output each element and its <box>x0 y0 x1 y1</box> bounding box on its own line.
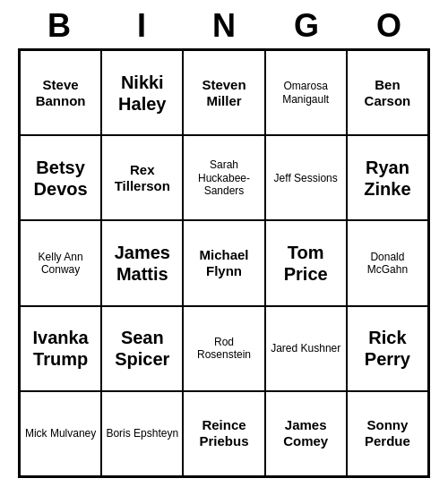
bingo-letter-o: O <box>349 7 428 45</box>
bingo-cell-14: Donald McGahn <box>347 220 428 305</box>
bingo-grid: Steve BannonNikki HaleySteven MillerOmar… <box>18 48 430 478</box>
bingo-cell-13: Tom Price <box>265 220 347 305</box>
bingo-cell-7: Sarah Huckabee-Sanders <box>183 135 264 220</box>
bingo-cell-3: Omarosa Manigault <box>265 50 347 135</box>
bingo-cell-4: Ben Carson <box>347 50 428 135</box>
bingo-cell-21: Boris Epshteyn <box>101 391 183 476</box>
bingo-cell-9: Ryan Zinke <box>347 135 428 220</box>
bingo-cell-24: Sonny Perdue <box>347 391 428 476</box>
bingo-cell-20: Mick Mulvaney <box>20 391 101 476</box>
bingo-cell-22: Reince Priebus <box>183 391 264 476</box>
bingo-cell-12: Michael Flynn <box>183 220 264 305</box>
bingo-letter-n: N <box>185 7 263 45</box>
bingo-cell-1: Nikki Haley <box>101 50 183 135</box>
bingo-cell-5: Betsy Devos <box>20 135 101 220</box>
bingo-cell-6: Rex Tillerson <box>101 135 183 220</box>
bingo-cell-19: Rick Perry <box>347 306 428 391</box>
bingo-cell-17: Rod Rosenstein <box>183 306 264 391</box>
bingo-cell-0: Steve Bannon <box>20 50 101 135</box>
bingo-cell-16: Sean Spicer <box>101 306 183 391</box>
bingo-letter-i: I <box>102 7 181 45</box>
bingo-cell-23: James Comey <box>265 391 347 476</box>
bingo-cell-10: Kelly Ann Conway <box>20 220 101 305</box>
bingo-header: BINGO <box>18 0 430 48</box>
bingo-cell-18: Jared Kushner <box>265 306 347 391</box>
bingo-letter-b: B <box>20 7 99 45</box>
bingo-cell-15: Ivanka Trump <box>20 306 101 391</box>
bingo-cell-11: James Mattis <box>101 220 183 305</box>
bingo-cell-2: Steven Miller <box>183 50 264 135</box>
bingo-cell-8: Jeff Sessions <box>265 135 347 220</box>
bingo-letter-g: G <box>267 7 346 45</box>
